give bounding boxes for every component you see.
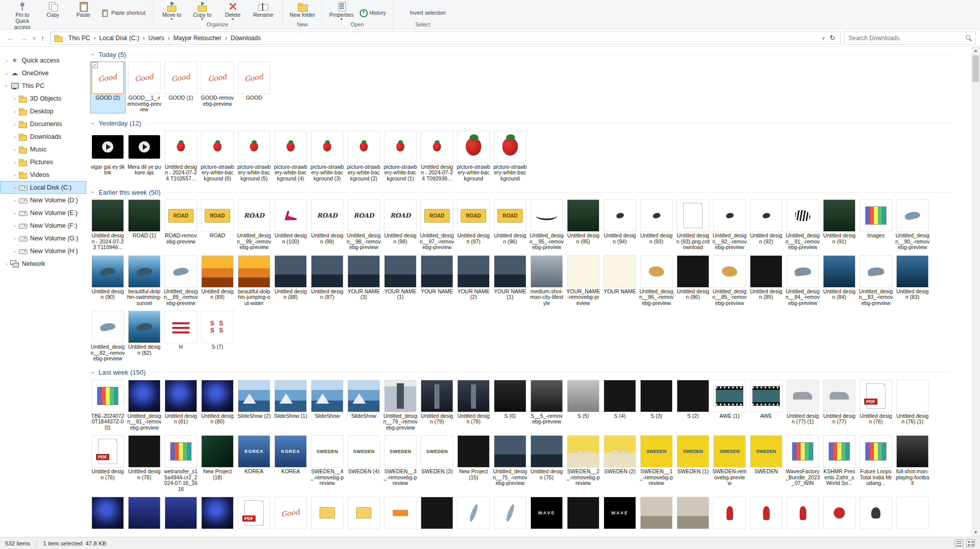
- file-tile[interactable]: YOUR NAME: [603, 256, 637, 307]
- file-tile[interactable]: vigar gai ey tik tok: [90, 131, 125, 182]
- file-tile[interactable]: YOUR_NAME-removebg-preview: [566, 256, 600, 307]
- file-tile[interactable]: SlideShow (1): [273, 380, 308, 431]
- file-tile[interactable]: YOUR NAME: [420, 256, 454, 307]
- copy-to-button[interactable]: Copy to▾: [187, 1, 217, 21]
- file-tile[interactable]: picture-strawbery-white-background (6): [200, 131, 235, 182]
- file-tile[interactable]: AWE (1): [712, 380, 747, 431]
- file-tile[interactable]: [822, 497, 857, 530]
- file-tile[interactable]: S (4): [603, 380, 637, 431]
- file-tile[interactable]: YOUR NAME (1): [493, 256, 527, 307]
- file-tile[interactable]: S (5): [566, 380, 600, 431]
- breadcrumb-downloads[interactable]: Downloads: [228, 33, 264, 43]
- sidebar-item-pictures[interactable]: ›Pictures: [0, 156, 86, 168]
- sidebar-item-local-disk-c[interactable]: ›Local Disk (C:): [0, 181, 86, 194]
- expand-chevron-icon[interactable]: ›: [11, 172, 18, 178]
- file-tile[interactable]: [639, 497, 674, 530]
- file-tile[interactable]: YOUR NAME (1): [383, 256, 418, 307]
- file-tile[interactable]: Untitled design (78): [456, 380, 491, 431]
- file-tile[interactable]: Untitled_design__75_-removebg-preview: [493, 436, 527, 492]
- file-tile[interactable]: S__5_-removebg-preview: [529, 380, 564, 431]
- sidebar-item-new-volume-d[interactable]: ›New Volume (D:): [0, 194, 86, 206]
- file-tile[interactable]: Untitled design (90): [90, 256, 125, 307]
- file-tile[interactable]: beautiful-dolphin-jumping-out-water: [237, 256, 271, 307]
- file-tile[interactable]: [200, 497, 235, 530]
- expand-chevron-icon[interactable]: ›: [11, 159, 18, 165]
- file-tile[interactable]: [676, 497, 710, 530]
- breadcrumb-this-pc[interactable]: This PC: [66, 33, 93, 43]
- file-tile[interactable]: ROADUntitled design (96): [493, 200, 527, 251]
- file-tile[interactable]: Untitled design (100): [273, 200, 308, 251]
- rename-button[interactable]: Rename: [248, 1, 278, 18]
- file-tile[interactable]: ROADUntitled_design__99_-removebg-previe…: [237, 200, 271, 251]
- file-tile[interactable]: Untitled_design__89_-removebg-preview: [164, 256, 198, 307]
- expand-chevron-icon[interactable]: ›: [11, 185, 18, 191]
- file-tile[interactable]: PDFUntitled design (76): [90, 436, 125, 492]
- search-input[interactable]: [848, 35, 963, 42]
- breadcrumb-mayjor-retoucher[interactable]: Mayjor Retoucher: [170, 33, 225, 43]
- sidebar-item-videos[interactable]: ›Videos: [0, 168, 86, 181]
- file-tile[interactable]: Untitled design (77) (1): [785, 380, 820, 431]
- file-tile[interactable]: [749, 497, 783, 530]
- file-tile[interactable]: Untitled design (89): [200, 256, 235, 307]
- scrollbar-thumb[interactable]: [972, 55, 979, 82]
- file-tile[interactable]: SlideShow (2): [237, 380, 271, 431]
- file-tile[interactable]: [712, 497, 747, 530]
- new-folder-button[interactable]: New folder: [287, 1, 318, 18]
- file-tile[interactable]: [859, 497, 893, 530]
- group-header-last-week-150[interactable]: ›Last week (150): [89, 366, 951, 379]
- file-tile[interactable]: Untitled design (93): [639, 200, 674, 251]
- scroll-down-icon[interactable]: ▼: [971, 529, 980, 537]
- file-tile[interactable]: SWEDENSWEDEN (4): [346, 436, 381, 492]
- sidebar-item-new-volume-h[interactable]: ›New Volume (H:): [0, 245, 86, 257]
- sidebar-item-quick-access[interactable]: ›★Quick access: [0, 54, 86, 67]
- file-tile[interactable]: picture-strawbery-white-background (4): [273, 131, 308, 182]
- file-tile[interactable]: Untitled_design__85_-removebg-preview: [712, 256, 747, 307]
- file-tile[interactable]: picture-strawbery-white-background (5): [237, 131, 271, 182]
- file-tile[interactable]: [895, 497, 930, 530]
- sidebar-item-this-pc[interactable]: ›This PC: [0, 79, 86, 92]
- file-tile[interactable]: Untitled design - 2024-07-23 T110946...: [90, 200, 125, 251]
- large-icons-view-button[interactable]: [966, 539, 975, 547]
- expand-chevron-icon[interactable]: ›: [11, 96, 18, 102]
- file-tile[interactable]: [566, 497, 600, 530]
- expand-chevron-icon[interactable]: ›: [3, 70, 10, 76]
- file-tile[interactable]: Untitled_design__84_-removebg-preview: [785, 256, 820, 307]
- file-tile[interactable]: ROADUntitled_design__98_-removebg-previe…: [346, 200, 381, 251]
- file-tile[interactable]: WAVE: [603, 497, 637, 530]
- file-tile[interactable]: Untitled design (75): [529, 436, 564, 492]
- file-tile[interactable]: Untitled design (92): [749, 200, 783, 251]
- expand-chevron-icon[interactable]: ›: [3, 261, 10, 267]
- file-tile[interactable]: picture-strawbery-white-background (1): [383, 131, 418, 182]
- file-tile[interactable]: Untitled design (76) (1): [895, 380, 930, 431]
- file-tile[interactable]: Good: [273, 497, 308, 530]
- file-tile[interactable]: Untitled design (79): [420, 380, 454, 431]
- file-tile[interactable]: SWEDENSWEDEN (1): [676, 436, 710, 492]
- file-tile[interactable]: picture-strawbery-white-background (3): [310, 131, 344, 182]
- file-tile[interactable]: Untitled design (91): [822, 200, 857, 251]
- file-tile[interactable]: SWEDENSWEDEN (3): [420, 436, 454, 492]
- file-tile[interactable]: SlideShow: [346, 380, 381, 431]
- file-tile[interactable]: SWEDENSWEDEN__1_-removebg-preview: [639, 436, 674, 492]
- file-tile[interactable]: Untitled design (77): [822, 380, 857, 431]
- file-tile[interactable]: ROADROAD: [200, 200, 235, 251]
- file-tile[interactable]: [456, 497, 491, 530]
- paste-button[interactable]: Paste: [68, 1, 99, 18]
- file-tile[interactable]: picture-strawbery-white-background: [493, 131, 527, 182]
- file-tile[interactable]: Good✓GOOD (2): [90, 62, 125, 113]
- file-tile[interactable]: SWEDENSWEDEN__2_-removebg-preview: [566, 436, 600, 492]
- details-view-button[interactable]: [955, 539, 963, 547]
- file-tile[interactable]: [346, 497, 381, 530]
- file-tile[interactable]: [493, 497, 527, 530]
- file-tile[interactable]: ROADUntitled_design__97_-removebg-previe…: [420, 200, 454, 251]
- file-tile[interactable]: medium-shot-man-city-lifestyle: [529, 256, 564, 307]
- expand-chevron-icon[interactable]: ›: [11, 197, 18, 203]
- file-tile[interactable]: WAVE: [529, 497, 564, 530]
- file-tile[interactable]: WavesFactory_Bundle_2023_07_WiN: [785, 436, 820, 492]
- sidebar-item-network[interactable]: ›Network: [0, 257, 86, 270]
- file-tile[interactable]: Untitled design (84): [822, 256, 857, 307]
- expand-chevron-icon[interactable]: ›: [3, 57, 10, 64]
- expand-chevron-icon[interactable]: ›: [11, 248, 18, 254]
- breadcrumb-local-disk-c[interactable]: Local Disk (C:): [96, 33, 142, 43]
- file-tile[interactable]: New Project (18): [200, 436, 235, 492]
- file-tile[interactable]: picture-strawbery-white-background: [456, 131, 491, 182]
